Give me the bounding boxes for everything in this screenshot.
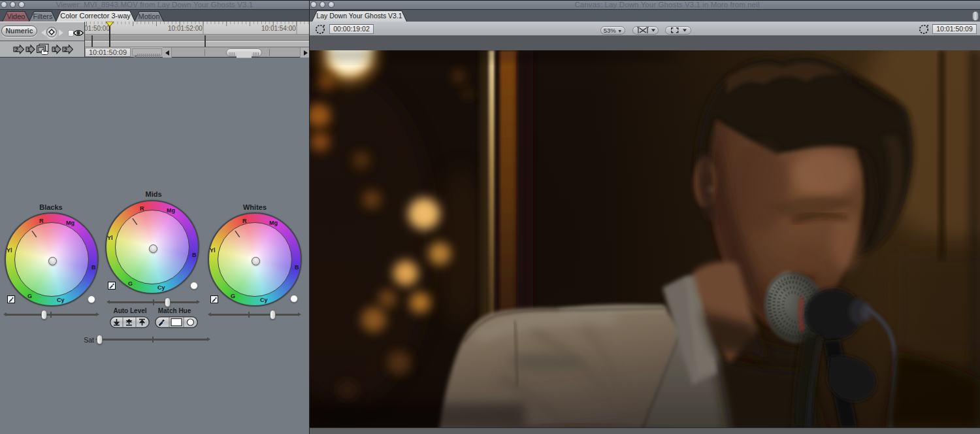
svg-text:2: 2 bbox=[15, 46, 18, 53]
svg-text:2: 2 bbox=[64, 46, 67, 53]
svg-text:1: 1 bbox=[27, 46, 31, 53]
svg-text:1: 1 bbox=[54, 46, 57, 53]
